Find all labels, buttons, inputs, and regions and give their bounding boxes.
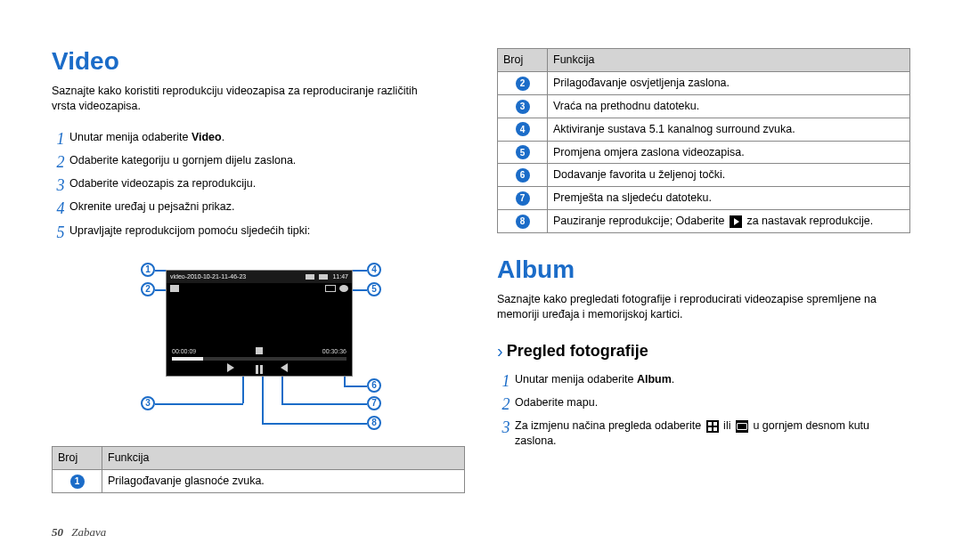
callout-6: 6 [367, 378, 381, 393]
step-num: 1 [52, 128, 69, 150]
row-text: Prilagođavanje glasnoće zvuka. [102, 469, 465, 492]
row-text: Prilagođavanje osvjetljenja zaslona. [548, 71, 910, 94]
next-icon [277, 363, 288, 372]
table-row: 4Aktiviranje sustava 5.1 kanalnog surrou… [498, 118, 910, 141]
subheading: Pregled fotografije [507, 340, 648, 361]
step-text: Okrenite uređaj u pejsažni prikaz. [69, 198, 235, 215]
row-num: 4 [516, 122, 530, 136]
table-row: 6Dodavanje favorita u željenoj točki. [498, 164, 910, 187]
row-num: 5 [516, 145, 530, 159]
lead-line [262, 371, 264, 423]
step-num: 4 [52, 198, 69, 219]
row-text: Dodavanje favorita u željenoj točki. [548, 164, 910, 187]
page-number: 50 [52, 525, 63, 539]
lead-line [155, 403, 243, 405]
step-num: 1 [497, 370, 515, 392]
callout-8: 8 [367, 416, 381, 430]
row-num: 7 [516, 191, 530, 206]
battery-icon [319, 274, 328, 280]
filmstrip-icon [736, 420, 748, 433]
pause-icon [256, 363, 263, 372]
row-text: Aktiviranje sustava 5.1 kanalnog surroun… [548, 118, 910, 141]
callout-3: 3 [141, 396, 155, 410]
callout-1: 1 [141, 263, 155, 277]
row-num: 1 [70, 475, 85, 489]
left-table: Broj Funkcija 1 Prilagođavanje glasnoće … [52, 446, 465, 493]
prev-icon [231, 363, 241, 372]
table-row: 2Prilagođavanje osvjetljenja zaslona. [498, 71, 910, 94]
step-text: Odaberite videozapis za reprodukciju. [69, 174, 256, 191]
row-text: Pauziranje reprodukcije; Odaberite za na… [548, 210, 910, 233]
row-num: 2 [516, 77, 530, 91]
time-end: 00:30:36 [322, 347, 346, 355]
table-row: 3Vraća na prethodnu datoteku. [498, 94, 910, 118]
callout-7: 7 [367, 396, 381, 410]
step-num: 2 [497, 394, 515, 415]
right-table: Broj Funkcija 2Prilagođavanje osvjetljen… [497, 48, 910, 233]
callout-5: 5 [367, 282, 381, 296]
lead-line [344, 386, 367, 387]
th-function: Funkcija [548, 49, 910, 72]
grid-icon [706, 420, 719, 433]
video-intro: Saznajte kako koristiti reprodukciju vid… [52, 84, 444, 114]
step-num: 3 [52, 174, 69, 196]
row-num: 3 [516, 100, 530, 114]
table-row: 5Promjena omjera zaslona videozapisa. [498, 141, 910, 164]
step-text: Unutar menija odaberite Album. [515, 370, 674, 387]
th-number: Broj [53, 447, 102, 470]
album-heading: Album [497, 253, 910, 287]
play-icon [730, 215, 742, 228]
row-text: Vraća na prethodnu datoteku. [548, 94, 910, 118]
table-row: 1 Prilagođavanje glasnoće zvuka. [53, 469, 465, 492]
row-text: Premješta na sljedeću datoteku. [548, 187, 910, 210]
step-num: 3 [497, 417, 515, 438]
page-footer: 50 Zabava [52, 524, 106, 540]
step-text: Unutar menija odaberite Video. [69, 128, 224, 145]
th-number: Broj [498, 49, 548, 72]
table-row: 8 Pauziranje reprodukcije; Odaberite za … [498, 210, 910, 233]
player-diagram: 1 2 3 4 5 6 7 8 video-2010-10-21-11-46- [123, 257, 408, 435]
player-clock: 11:47 [332, 272, 348, 280]
step-text: Odaberite mapu. [515, 394, 598, 410]
step-text: Odaberite kategoriju u gornjem dijelu za… [69, 151, 296, 168]
player-title: video-2010-10-21-11-46-23 [170, 272, 246, 280]
th-function: Funkcija [102, 447, 465, 470]
brightness-icon [339, 285, 348, 292]
table-row: 7Premješta na sljedeću datoteku. [498, 187, 910, 210]
lead-line [281, 403, 367, 405]
album-steps: 1Unutar menija odaberite Album. 2Odaberi… [497, 369, 910, 450]
volume-icon [170, 285, 179, 292]
section-name: Zabava [71, 525, 106, 539]
video-player: video-2010-10-21-11-46-23 11:47 00:00:0 [166, 270, 353, 377]
step-text: Za izmjenu načina pregleda odaberite ili… [515, 417, 910, 449]
album-intro: Saznajte kako pregledati fotografije i r… [497, 292, 889, 322]
video-steps: 1Unutar menija odaberite Video. 2Odaberi… [52, 126, 465, 245]
progress-bar [172, 357, 346, 361]
bookmark-icon [256, 347, 263, 354]
video-heading: Video [52, 45, 465, 78]
antenna-icon [306, 274, 314, 280]
callout-4: 4 [367, 263, 381, 277]
step-num: 5 [52, 222, 69, 243]
callout-2: 2 [141, 282, 155, 296]
step-num: 2 [52, 151, 69, 173]
row-num: 6 [516, 168, 530, 183]
lead-line [262, 423, 367, 425]
chevron-icon: › [497, 342, 503, 360]
row-num: 8 [516, 215, 530, 229]
time-current: 00:00:09 [172, 347, 196, 355]
row-text: Promjena omjera zaslona videozapisa. [548, 141, 910, 164]
step-text: Upravljajte reprodukcijom pomoću sljedeć… [69, 222, 310, 239]
surround-icon [325, 285, 336, 292]
